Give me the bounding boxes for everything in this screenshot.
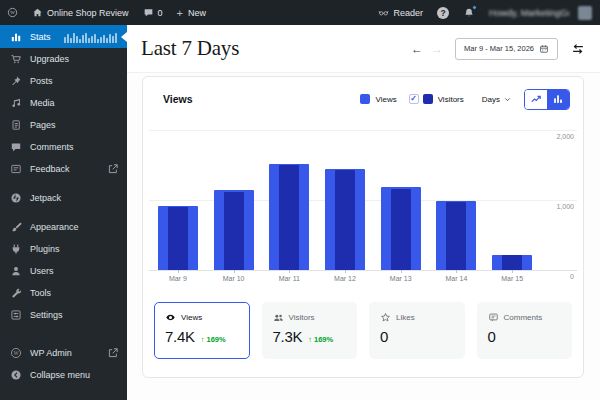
users-icon — [10, 265, 22, 277]
summary-card-trend: ↑ 169% — [201, 335, 226, 344]
jetpack-icon — [10, 192, 22, 204]
sidebar-item-users[interactable]: Users — [0, 260, 127, 282]
settings-icon — [10, 309, 22, 321]
visitors-bar — [168, 207, 188, 270]
notifications-button[interactable] — [456, 0, 482, 25]
visitors-bar — [391, 189, 411, 270]
y-axis-tick-label: 0 — [570, 273, 574, 280]
notification-dot — [472, 5, 477, 10]
x-axis-tick — [456, 270, 457, 273]
visitors-bar — [446, 202, 466, 270]
legend-swatch — [423, 94, 433, 104]
feedback-icon — [10, 163, 22, 175]
reader-glasses-icon — [378, 7, 389, 18]
summary-card-value: 0 — [488, 328, 496, 345]
summary-card-header: Likes — [380, 312, 454, 323]
sidebar-item-settings[interactable]: Settings — [0, 304, 127, 326]
sidebar: StatsUpgradesPostsMediaPagesCommentsFeed… — [0, 25, 127, 400]
legend-item-views[interactable]: Views — [360, 94, 396, 104]
sidebar-item-pages[interactable]: Pages — [0, 114, 127, 136]
sidebar-item-tools[interactable]: Tools — [0, 282, 127, 304]
account-menu-button[interactable]: Howdy, MarketingGenius — [482, 0, 600, 25]
stats-icon — [10, 31, 22, 43]
summary-card-visitors[interactable]: Visitors7.3K↑ 169% — [262, 302, 358, 359]
legend-label: Visitors — [438, 95, 464, 104]
visitors-bar — [279, 165, 299, 270]
interval-dropdown[interactable]: Days — [482, 95, 512, 104]
page-body: Views Views✓Visitors Days — [127, 73, 600, 378]
new-label: New — [188, 8, 206, 18]
sidebar-item-plugins[interactable]: Plugins — [0, 238, 127, 260]
date-range-button[interactable]: Mar 9 - Mar 15, 2026 — [455, 38, 558, 60]
previous-period-button[interactable]: ← — [407, 43, 427, 55]
external-link-icon — [107, 347, 119, 359]
chart-legend: Views✓Visitors — [348, 94, 463, 104]
stats-chart-card: Views Views✓Visitors Days — [142, 76, 584, 378]
svg-text:W: W — [10, 10, 15, 15]
tools-icon — [10, 287, 22, 299]
sidebar-item-label: Comments — [30, 142, 127, 152]
summary-card-views[interactable]: Views7.4K↑ 169% — [154, 302, 250, 359]
sidebar-item-upgrades[interactable]: Upgrades — [0, 48, 127, 70]
wordpress-menu-button[interactable]: W — [0, 0, 25, 25]
chart-card-header: Views Views✓Visitors Days — [143, 77, 583, 121]
sidebar-item-posts[interactable]: Posts — [0, 70, 127, 92]
chevron-down-icon — [503, 95, 512, 104]
x-axis-tick — [289, 270, 290, 273]
summary-card-label: Likes — [396, 313, 415, 322]
sidebar-item-jetpack[interactable]: Jetpack — [0, 187, 127, 209]
summary-card-likes[interactable]: Likes0 — [369, 302, 465, 359]
people-icon — [273, 312, 284, 323]
admin-bar-right: Reader ? Howdy, MarketingGenius — [371, 0, 600, 25]
sidebar-item-collapse-menu[interactable]: Collapse menu — [0, 364, 127, 386]
summary-card-header: Views — [165, 312, 239, 323]
y-axis-tick-label: 2,000 — [556, 133, 574, 140]
line-chart-toggle-button[interactable] — [525, 90, 547, 109]
x-axis-tick — [401, 270, 402, 273]
legend-checkbox[interactable]: ✓ — [409, 94, 419, 104]
new-content-button[interactable]: + New — [170, 0, 213, 25]
legend-swatch — [360, 94, 370, 104]
sidebar-item-label: Media — [30, 98, 127, 108]
notifications-bell-icon — [463, 7, 475, 19]
x-axis-label: Mar 10 — [212, 275, 256, 282]
sidebar-item-label: Tools — [30, 288, 127, 298]
bar-chart-toggle-button[interactable] — [547, 90, 569, 109]
summary-card-comments[interactable]: Comments0 — [477, 302, 573, 359]
sidebar-item-media[interactable]: Media — [0, 92, 127, 114]
sidebar-item-wp-admin[interactable]: WWP Admin — [0, 342, 127, 364]
appearance-icon — [10, 221, 22, 233]
date-range-label: Mar 9 - Mar 15, 2026 — [464, 44, 534, 53]
page-title: Last 7 Days — [141, 36, 239, 61]
sidebar-item-label: Feedback — [30, 164, 107, 174]
site-menu-button[interactable]: Online Shop Review — [25, 0, 136, 25]
sidebar-footer: WWP AdminCollapse menu — [0, 342, 127, 386]
plugins-icon — [10, 243, 22, 255]
reader-link[interactable]: Reader — [371, 0, 430, 25]
sidebar-item-label: Plugins — [30, 244, 127, 254]
x-axis-label: Mar 13 — [379, 275, 423, 282]
chart-type-toggle-group — [524, 89, 570, 110]
sidebar-item-comments[interactable]: Comments — [0, 136, 127, 158]
x-axis-tick — [512, 270, 513, 273]
sidebar-item-appearance[interactable]: Appearance — [0, 216, 127, 238]
admin-bar: W Online Shop Review 0 + New Reader ? — [0, 0, 600, 25]
next-period-button[interactable]: → — [427, 43, 447, 55]
filter-sliders-icon[interactable] — [571, 42, 585, 56]
sidebar-item-feedback[interactable]: Feedback — [0, 158, 127, 180]
wordpress-logo-icon: W — [7, 7, 18, 18]
views-bar-chart: 01,0002,000Mar 9Mar 10Mar 11Mar 12Mar 13… — [143, 121, 583, 289]
sidebar-item-label: Posts — [30, 76, 127, 86]
visitors-bar — [335, 170, 355, 270]
summary-card-values: 0 — [488, 328, 562, 345]
sidebar-item-label: Upgrades — [30, 54, 127, 64]
help-button[interactable]: ? — [430, 0, 456, 25]
stats-sparkline — [64, 31, 117, 43]
sidebar-menu: StatsUpgradesPostsMediaPagesCommentsFeed… — [0, 25, 127, 326]
comments-shortcut-button[interactable]: 0 — [136, 0, 170, 25]
media-icon — [10, 97, 22, 109]
summary-card-header: Comments — [488, 312, 562, 323]
sidebar-item-label: Collapse menu — [30, 370, 127, 380]
legend-item-visitors[interactable]: ✓Visitors — [409, 94, 464, 104]
sidebar-item-stats[interactable]: Stats — [0, 25, 127, 48]
